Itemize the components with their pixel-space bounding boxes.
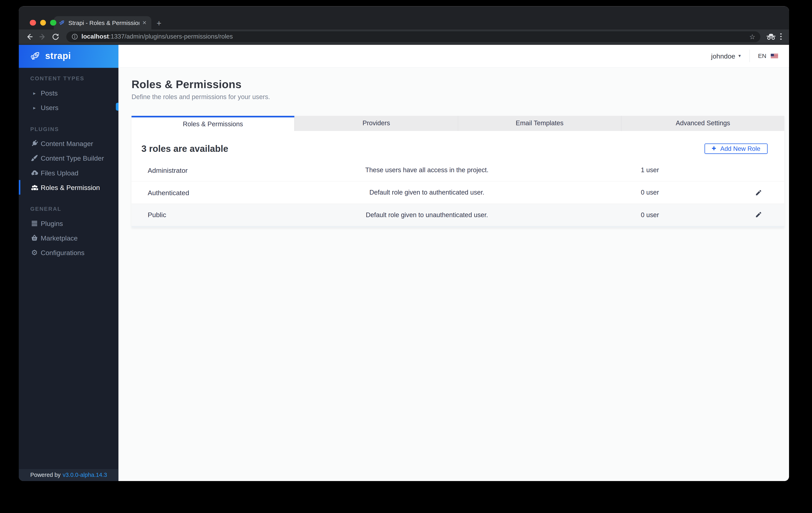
chevron-right-icon: ▸ bbox=[30, 105, 38, 111]
back-icon[interactable] bbox=[24, 33, 35, 40]
role-users-count: 0 user bbox=[625, 189, 745, 197]
sidebar-item-label: Configurations bbox=[41, 249, 85, 256]
card-bottom-edge bbox=[132, 226, 784, 228]
edit-pencil-icon[interactable] bbox=[745, 212, 772, 218]
role-description: Default role given to authenticated user… bbox=[304, 189, 550, 197]
basket-icon bbox=[30, 234, 38, 242]
strapi-app: strapi CONTENT TYPES ▸ Posts ▸ Users PLU… bbox=[19, 44, 789, 481]
sidebar-item-plugins[interactable]: Plugins bbox=[19, 216, 118, 231]
section-label-general: GENERAL bbox=[30, 206, 118, 212]
logo-wordmark: strapi bbox=[45, 51, 71, 62]
sidebar-item-label: Content Type Builder bbox=[41, 154, 104, 162]
strapi-logo[interactable]: strapi bbox=[19, 44, 118, 68]
role-description: These users have all access in the proje… bbox=[304, 167, 550, 174]
reload-icon[interactable] bbox=[50, 33, 61, 40]
gear-icon: ⚙ bbox=[30, 249, 38, 256]
page-title: Roles & Permissions bbox=[132, 78, 784, 90]
sidebar-item-label: Marketplace bbox=[41, 234, 78, 242]
sidebar-item-label: Posts bbox=[41, 89, 58, 97]
paintbrush-icon bbox=[30, 154, 38, 162]
table-row-public[interactable]: Public Default role given to unauthentic… bbox=[132, 204, 784, 226]
locale-label: EN bbox=[758, 53, 766, 59]
role-name: Administrator bbox=[148, 167, 304, 174]
url-path: :1337/admin/plugins/users-permissions/ro… bbox=[109, 33, 233, 40]
sidebar-scroll-indicator[interactable] bbox=[116, 103, 118, 111]
chevron-down-icon: ▾ bbox=[738, 53, 741, 59]
roles-card-header: 3 roles are available ✚ Add New Role bbox=[132, 131, 784, 159]
plug-icon bbox=[30, 140, 38, 147]
username-label: johndoe bbox=[711, 52, 735, 60]
role-description: Default role given to unauthenticated us… bbox=[304, 211, 550, 219]
page-subtitle: Define the roles and permissions for you… bbox=[132, 93, 784, 100]
sidebar-item-roles-permission[interactable]: Roles & Permission bbox=[19, 180, 118, 194]
app-header: johndoe ▾ EN bbox=[118, 44, 789, 68]
cloud-upload-icon bbox=[30, 169, 38, 177]
plugin-tabs: Roles & Permissions Providers Email Temp… bbox=[132, 116, 784, 131]
chevron-right-icon: ▸ bbox=[30, 90, 38, 96]
info-icon[interactable] bbox=[71, 33, 78, 40]
strapi-favicon-icon bbox=[59, 19, 65, 26]
list-icon bbox=[30, 220, 38, 227]
close-window-button[interactable] bbox=[30, 20, 36, 26]
sidebar-item-users[interactable]: ▸ Users bbox=[19, 100, 118, 115]
powered-by-label: Powered by bbox=[30, 472, 61, 478]
sidebar-item-marketplace[interactable]: Marketplace bbox=[19, 231, 118, 245]
tab-providers[interactable]: Providers bbox=[294, 116, 458, 131]
screenshot-canvas: Strapi - Roles & Permissions ✕ + bbox=[0, 0, 812, 513]
sidebar-item-label: Roles & Permission bbox=[41, 183, 100, 191]
page-content: Roles & Permissions Define the roles and… bbox=[118, 68, 789, 228]
tab-title: Strapi - Roles & Permissions bbox=[68, 20, 139, 26]
browser-window: Strapi - Roles & Permissions ✕ + bbox=[19, 6, 789, 481]
sidebar-item-files-upload[interactable]: Files Upload bbox=[19, 165, 118, 180]
sidebar-item-label: Users bbox=[41, 103, 59, 111]
plus-icon: ✚ bbox=[712, 146, 716, 151]
url-host: localhost bbox=[81, 33, 109, 40]
sidebar: strapi CONTENT TYPES ▸ Posts ▸ Users PLU… bbox=[19, 44, 118, 481]
bookmark-star-icon[interactable]: ☆ bbox=[749, 33, 755, 40]
role-users-count: 0 user bbox=[625, 211, 745, 219]
version-link[interactable]: v3.0.0-alpha.14.3 bbox=[63, 472, 107, 478]
roles-count-heading: 3 roles are available bbox=[142, 143, 228, 154]
section-label-content-types: CONTENT TYPES bbox=[30, 75, 118, 81]
sidebar-nav: CONTENT TYPES ▸ Posts ▸ Users PLUGINS bbox=[19, 68, 118, 469]
sidebar-item-label: Content Manager bbox=[41, 140, 93, 147]
tab-email-templates[interactable]: Email Templates bbox=[458, 116, 621, 131]
browser-tab[interactable]: Strapi - Roles & Permissions ✕ bbox=[54, 16, 151, 30]
roles-table: Administrator These users have all acces… bbox=[132, 159, 784, 226]
sidebar-item-label: Files Upload bbox=[41, 169, 79, 177]
edit-pencil-icon[interactable] bbox=[745, 189, 772, 196]
us-flag-icon bbox=[771, 54, 778, 59]
forward-icon[interactable] bbox=[37, 33, 48, 40]
role-users-count: 1 user bbox=[625, 167, 745, 174]
users-group-icon bbox=[30, 183, 38, 191]
url-text: localhost:1337/admin/plugins/users-permi… bbox=[81, 33, 233, 40]
browser-toolbar: localhost:1337/admin/plugins/users-permi… bbox=[19, 30, 789, 45]
sidebar-item-content-manager[interactable]: Content Manager bbox=[19, 136, 118, 151]
user-menu[interactable]: johndoe ▾ bbox=[711, 52, 741, 60]
table-row-authenticated[interactable]: Authenticated Default role given to auth… bbox=[132, 181, 784, 204]
browser-tabstrip: Strapi - Roles & Permissions ✕ + bbox=[19, 6, 789, 30]
main-area: johndoe ▾ EN Roles & Permissions Define … bbox=[118, 44, 789, 481]
tab-advanced-settings[interactable]: Advanced Settings bbox=[621, 116, 784, 131]
incognito-icon bbox=[765, 33, 777, 40]
role-name: Authenticated bbox=[148, 189, 304, 197]
add-new-role-label: Add New Role bbox=[720, 145, 760, 152]
new-tab-button[interactable]: + bbox=[157, 19, 162, 27]
table-row-administrator[interactable]: Administrator These users have all acces… bbox=[132, 159, 784, 181]
section-label-plugins: PLUGINS bbox=[30, 126, 118, 132]
sidebar-item-posts[interactable]: ▸ Posts bbox=[19, 86, 118, 100]
header-divider bbox=[749, 50, 750, 62]
tab-roles-permissions[interactable]: Roles & Permissions bbox=[132, 116, 294, 131]
sidebar-item-configurations[interactable]: ⚙ Configurations bbox=[19, 245, 118, 260]
tab-close-icon[interactable]: ✕ bbox=[142, 20, 147, 26]
roles-card: Roles & Permissions Providers Email Temp… bbox=[132, 116, 784, 228]
zoom-window-button[interactable] bbox=[50, 20, 56, 26]
browser-menu-icon[interactable] bbox=[780, 33, 782, 40]
sidebar-item-content-type-builder[interactable]: Content Type Builder bbox=[19, 151, 118, 165]
role-name: Public bbox=[148, 211, 304, 219]
sidebar-footer: Powered by v3.0.0-alpha.14.3 bbox=[19, 469, 118, 481]
address-bar[interactable]: localhost:1337/admin/plugins/users-permi… bbox=[66, 31, 760, 42]
locale-switcher[interactable]: EN bbox=[758, 53, 778, 59]
add-new-role-button[interactable]: ✚ Add New Role bbox=[704, 144, 767, 154]
minimize-window-button[interactable] bbox=[40, 20, 46, 26]
